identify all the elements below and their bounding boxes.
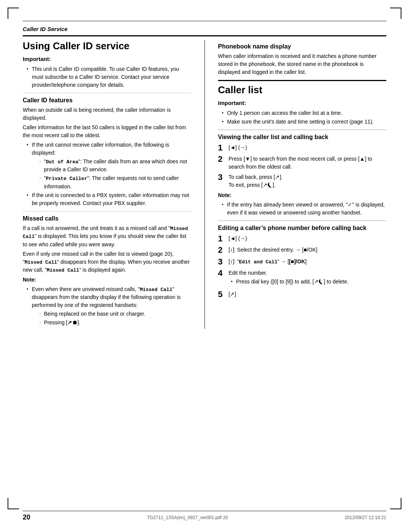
dash-item-out-of-area: "Out of Area": The caller dials from an … xyxy=(39,158,191,174)
editing-divider xyxy=(218,221,387,221)
caller-list-divider-top xyxy=(218,80,387,81)
header-line xyxy=(23,21,386,21)
caller-id-features-para2: Caller information for the last 50 calle… xyxy=(23,124,191,139)
right-column: Phonebook name display When caller infor… xyxy=(218,40,387,329)
viewing-note-label: Note: xyxy=(218,191,387,199)
editing-step-1: 1 [◄] (→) xyxy=(218,234,387,244)
important-bullet-list: This unit is Caller ID compatible. To us… xyxy=(23,65,191,89)
viewing-note-bullet-1: If the entry has already been viewed or … xyxy=(222,201,387,217)
dash-item-private-caller: "Private Caller": The caller requests no… xyxy=(39,174,191,191)
caller-list-bullet-1: Only 1 person can access the caller list… xyxy=(222,109,387,117)
viewing-steps: 1 [◄] (→) 2 Press [▼] to search from the… xyxy=(218,143,387,189)
caller-id-features-title: Caller ID features xyxy=(23,97,191,104)
caller-id-features-divider xyxy=(23,93,191,93)
editing-step-5: 5 [↗] xyxy=(218,289,387,299)
viewing-step-1: 1 [◄] (→) xyxy=(218,143,387,153)
editing-step-3: 3 [↕]: "Edit and Call" → [[■]/OK] xyxy=(218,257,387,267)
corner-mark-tr xyxy=(390,8,401,19)
viewing-title: Viewing the caller list and calling back xyxy=(218,134,387,141)
corner-mark-tl xyxy=(8,8,19,19)
caller-list-important-label: Important: xyxy=(218,99,387,108)
footer-left-text: TG2711_13SA(en)_0927_ver001.pdf 20 xyxy=(147,515,228,520)
caller-id-bullet-1: If the unit cannot receive caller inform… xyxy=(27,141,191,191)
caller-list-title: Caller list xyxy=(218,84,387,96)
page-footer: 20 TG2711_13SA(en)_0927_ver001.pdf 20 20… xyxy=(23,511,386,521)
missed-calls-note-bullets: Even when there are unviewed missed call… xyxy=(23,285,191,327)
editing-step-4-bullets: Press dial key ([0] to [9]) to add, [↗⏾]… xyxy=(229,278,387,286)
missed-calls-title: Missed calls xyxy=(23,215,191,222)
missed-calls-divider xyxy=(23,211,191,211)
using-caller-id-title: Using Caller ID service xyxy=(23,40,191,52)
phonebook-name-para: When caller information is received and … xyxy=(218,52,387,76)
phonebook-name-title: Phonebook name display xyxy=(218,43,387,50)
left-column: Using Caller ID service Important: This … xyxy=(23,40,191,329)
footer-right-text: 2012/09/27 12:18:21 xyxy=(345,515,386,520)
dash-item-pressing: Pressing [↗⏺]. xyxy=(39,319,191,327)
editing-step-4-bullet-1: Press dial key ([0] to [9]) to add, [↗⏾]… xyxy=(231,278,387,286)
main-content: Using Caller ID service Important: This … xyxy=(23,40,386,329)
column-divider xyxy=(204,40,205,329)
caller-list-bullet-2: Make sure the unit's date and time setti… xyxy=(222,118,387,126)
important-bullet-1: This unit is Caller ID compatible. To us… xyxy=(27,65,191,89)
viewing-note-bullets: If the entry has already been viewed or … xyxy=(218,201,387,217)
editing-steps: 1 [◄] (→) 2 [↕]: Select the desired entr… xyxy=(218,234,387,300)
dash-item-base: Being replaced on the base unit or charg… xyxy=(39,310,191,318)
missed-calls-para2: Even if only one missed call in the call… xyxy=(23,250,191,274)
header-title: Caller ID Service xyxy=(23,26,386,32)
editing-title: Editing a caller’s phone number before c… xyxy=(218,225,387,232)
missed-calls-note-label: Note: xyxy=(23,276,191,284)
caller-id-features-bullets: If the unit cannot receive caller inform… xyxy=(23,141,191,207)
header-divider xyxy=(23,35,386,36)
caller-list-important-bullets: Only 1 person can access the caller list… xyxy=(218,109,387,126)
corner-mark-br xyxy=(390,498,401,509)
page-number: 20 xyxy=(23,513,30,521)
missed-calls-para1: If a call is not answered, the unit trea… xyxy=(23,224,191,249)
viewing-step-2: 2 Press [▼] to search from the most rece… xyxy=(218,154,387,171)
viewing-step-3: 3 To call back, press [↗].To exit, press… xyxy=(218,172,387,189)
caller-id-features-para1: When an outside call is being received, … xyxy=(23,106,191,122)
page-container: Caller ID Service Using Caller ID servic… xyxy=(0,0,409,532)
caller-id-dash-list: "Out of Area": The caller dials from an … xyxy=(32,158,191,191)
viewing-divider xyxy=(218,130,387,130)
missed-calls-dash-list: Being replaced on the base unit or charg… xyxy=(32,310,191,327)
important-label: Important: xyxy=(23,55,191,64)
corner-mark-bl xyxy=(8,498,19,509)
editing-step-4: 4 Edit the number. Press dial key ([0] t… xyxy=(218,268,387,288)
caller-id-bullet-2: If the unit is connected to a PBX system… xyxy=(27,191,191,207)
missed-calls-note-bullet-1: Even when there are unviewed missed call… xyxy=(27,285,191,327)
editing-step-2: 2 [↕]: Select the desired entry. → [■/OK… xyxy=(218,245,387,255)
